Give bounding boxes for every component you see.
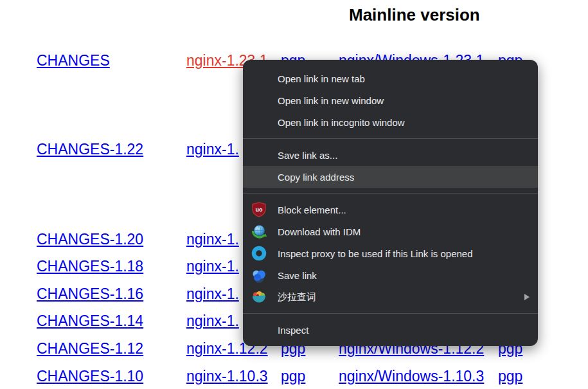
menu-item-download-with-idm[interactable]: Download with IDM bbox=[243, 221, 538, 242]
changes-link[interactable]: CHANGES-1.10 bbox=[37, 368, 143, 384]
menu-item-label: Inspect proxy to be used if this Link is… bbox=[278, 248, 473, 259]
pgp-link[interactable]: pgp bbox=[281, 368, 305, 384]
nginx-link[interactable]: nginx-1. bbox=[186, 285, 239, 302]
submenu-arrow-icon bbox=[524, 294, 530, 300]
menu-item-label: 沙拉查词 bbox=[278, 291, 316, 303]
ublock-shield-icon: uo bbox=[251, 202, 267, 217]
menu-item-label: Open link in incognito window bbox=[278, 117, 405, 128]
changes-link[interactable]: CHANGES-1.20 bbox=[37, 231, 143, 248]
menu-item-block-element[interactable]: uo Block element... bbox=[243, 199, 538, 221]
changes-link[interactable]: CHANGES bbox=[37, 52, 110, 69]
menu-item-open-incognito[interactable]: Open link in incognito window bbox=[243, 111, 538, 133]
menu-item-copy-link-address[interactable]: Copy link address bbox=[243, 166, 538, 188]
changes-link[interactable]: CHANGES-1.18 bbox=[37, 258, 143, 275]
menu-item-label: Save link as... bbox=[278, 150, 337, 161]
menu-item-open-new-tab[interactable]: Open link in new tab bbox=[243, 68, 538, 89]
menu-item-inspect[interactable]: Inspect bbox=[243, 319, 538, 341]
menu-item-saladict[interactable]: 沙拉查词 bbox=[243, 286, 538, 308]
browser-page: Mainline version CHANGES nginx-1.23.1 pg… bbox=[0, 0, 588, 389]
changes-link[interactable]: CHANGES-1.16 bbox=[37, 285, 143, 302]
menu-item-save-link[interactable]: Save link bbox=[243, 264, 538, 286]
menu-item-label: Copy link address bbox=[278, 172, 354, 183]
menu-separator bbox=[243, 313, 538, 314]
saladict-bowl-icon bbox=[251, 289, 267, 305]
nginx-link[interactable]: nginx-1. bbox=[186, 231, 239, 248]
menu-item-label: Open link in new tab bbox=[278, 73, 365, 84]
menu-separator bbox=[243, 193, 538, 194]
nginx-link[interactable]: nginx-1. bbox=[186, 141, 239, 158]
menu-separator bbox=[243, 138, 538, 139]
menu-item-inspect-proxy[interactable]: Inspect proxy to be used if this Link is… bbox=[243, 242, 538, 264]
menu-item-label: Block element... bbox=[278, 204, 346, 215]
svg-text:uo: uo bbox=[256, 206, 263, 213]
page-title: Mainline version bbox=[349, 5, 480, 25]
nginx-link[interactable]: nginx-1.10.3 bbox=[186, 368, 268, 384]
menu-item-open-new-window[interactable]: Open link in new window bbox=[243, 89, 538, 111]
changes-link[interactable]: CHANGES-1.22 bbox=[37, 141, 143, 158]
context-menu: Open link in new tab Open link in new wi… bbox=[243, 60, 538, 346]
cloud-icon bbox=[251, 267, 267, 283]
nginx-link[interactable]: nginx-1. bbox=[186, 258, 239, 275]
windows-link[interactable]: nginx/Windows-1.10.3 bbox=[339, 368, 484, 384]
menu-item-label: Save link bbox=[278, 270, 317, 281]
table-row: CHANGES-1.10 nginx-1.10.3 pgp nginx/Wind… bbox=[0, 368, 588, 386]
menu-item-label: Open link in new window bbox=[278, 95, 384, 106]
menu-item-label: Download with IDM bbox=[278, 226, 361, 237]
changes-link[interactable]: CHANGES-1.12 bbox=[37, 340, 143, 357]
proxy-ring-icon bbox=[251, 246, 267, 261]
idm-globe-icon bbox=[251, 224, 267, 239]
nginx-link[interactable]: nginx-1. bbox=[186, 312, 239, 329]
pgp-link[interactable]: pgp bbox=[498, 368, 522, 384]
changes-link[interactable]: CHANGES-1.14 bbox=[37, 312, 143, 329]
menu-item-label: Inspect bbox=[278, 325, 308, 336]
menu-item-save-link-as[interactable]: Save link as... bbox=[243, 144, 538, 166]
